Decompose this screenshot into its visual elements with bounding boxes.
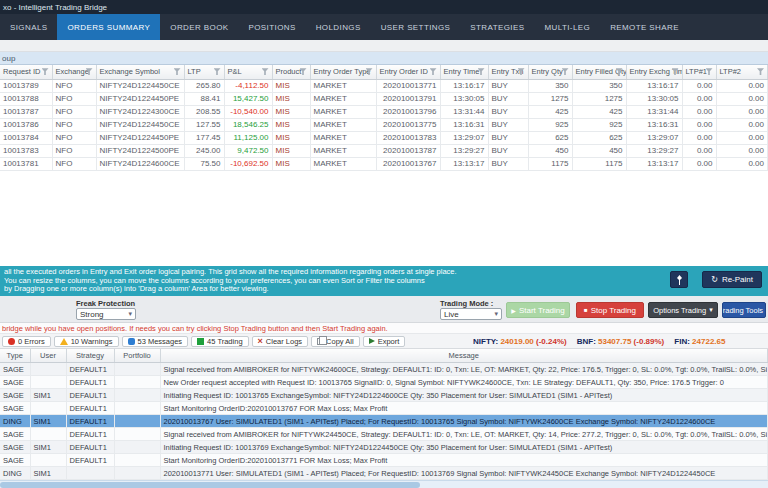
stop-trading-button[interactable]: ■ Stop Trading [576, 302, 644, 318]
stop-trading-label: Stop Trading [591, 306, 636, 315]
options-trading-button[interactable]: Options Trading ▾ [648, 302, 718, 318]
message-cell: DING [0, 415, 30, 428]
tab-holdings[interactable]: HOLDINGS [306, 14, 371, 40]
message-row[interactable]: SAGESIM1DEFAULT1Initiating Request ID: 1… [0, 389, 768, 402]
horizontal-scrollbar[interactable] [0, 480, 768, 488]
tab-order-book[interactable]: ORDER BOOK [160, 14, 238, 40]
orders-row[interactable]: 10013786NFONIFTY24D1224450CE127.5518,546… [0, 118, 768, 131]
export-button[interactable]: Export [363, 336, 406, 347]
column-header-entry-filled-qty[interactable]: Entry Filled Qty [572, 65, 626, 79]
column-header-entry-order-id[interactable]: Entry Order ID [376, 65, 440, 79]
column-header-entry-order-type[interactable]: Entry Order Type [310, 65, 376, 79]
message-row[interactable]: DINGSIM1DEFAULT1202010013767 User: SIMUL… [0, 415, 768, 428]
errors-button[interactable]: 0 Errors [2, 336, 51, 347]
message-cell: SAGE [0, 389, 30, 402]
message-row[interactable]: SAGEDEFAULT1New Order request accepted w… [0, 376, 768, 389]
message-cell [114, 402, 160, 415]
orders-cell: MIS [272, 79, 310, 92]
message-row[interactable]: SAGEDEFAULT1Signal received from AMIBROK… [0, 363, 768, 376]
orders-row[interactable]: 10013787NFONIFTY24D1224300CE208.55-10,54… [0, 105, 768, 118]
warning-text: bridge while you have open positions. If… [2, 324, 388, 333]
column-header-p-l[interactable]: P&L [224, 65, 272, 79]
message-row[interactable]: SAGEDEFAULT1Signal received from AMIBROK… [0, 428, 768, 441]
orders-row[interactable]: 10013788NFONIFTY24D1224450PE88.4115,427.… [0, 92, 768, 105]
trading-tools-button[interactable]: Trading Tools ▾ [722, 302, 766, 318]
column-header-exchange[interactable]: Exchange [52, 65, 96, 79]
orders-cell: 15,427.50 [224, 92, 272, 105]
orders-cell: 0.00 [682, 92, 716, 105]
orders-cell: 13:13:17 [626, 157, 682, 170]
orders-cell: 11,125.00 [224, 131, 272, 144]
clear-logs-button[interactable]: × Clear Logs [252, 336, 309, 347]
tab-orders-summary[interactable]: ORDERS SUMMARY [57, 14, 160, 40]
column-header-request-id[interactable]: Request ID [0, 65, 52, 79]
message-column-header-portfolio[interactable]: Portfolio [114, 349, 160, 363]
tab-multi-leg[interactable]: MULTI-LEG [534, 14, 600, 40]
tab-strategies[interactable]: STRATEGIES [460, 14, 534, 40]
column-header-product[interactable]: Product [272, 65, 310, 79]
trading-logs-label: 45 Trading [207, 337, 242, 346]
orders-cell: MIS [272, 144, 310, 157]
orders-cell: 13:16:31 [626, 118, 682, 131]
column-header-entry-txn[interactable]: Entry Txn [488, 65, 528, 79]
grid-empty-area [0, 171, 768, 267]
orders-cell: 202010013775 [376, 118, 440, 131]
title-bar: xo - Intelligent Trading Bridge [0, 0, 768, 14]
column-header-entry-time[interactable]: Entry Time [440, 65, 488, 79]
message-cell [114, 415, 160, 428]
filter-icon[interactable] [430, 68, 437, 75]
orders-cell: 13:13:17 [440, 157, 488, 170]
column-header-ltp[interactable]: LTP [184, 65, 224, 79]
orders-cell: 88.41 [184, 92, 224, 105]
start-trading-button[interactable]: ▶ Start Trading [506, 302, 570, 318]
message-row[interactable]: SAGEDEFAULT1Start Monitoring OrderID:202… [0, 454, 768, 467]
orders-row[interactable]: 10013789NFONIFTY24D1224450CE265.80-4,112… [0, 79, 768, 92]
tab-signals[interactable]: SIGNALS [0, 14, 57, 40]
orders-cell: 1175 [572, 157, 626, 170]
filter-icon[interactable] [174, 68, 181, 75]
message-log-grid: TypeUserStrategyPortfolioMessageSAGEDEFA… [0, 349, 768, 480]
orders-cell: 202010013787 [376, 144, 440, 157]
messages-button[interactable]: 53 Messages [122, 336, 189, 347]
message-column-header-message[interactable]: Message [160, 349, 768, 363]
freak-protection-select[interactable]: Strong ▾ [76, 308, 136, 320]
pin-button[interactable] [670, 271, 688, 288]
message-row[interactable]: SAGEDEFAULT1Start Monitoring OrderID:202… [0, 402, 768, 415]
message-row[interactable]: SAGESIM1DEFAULT1Initiating Request ID: 1… [0, 441, 768, 454]
tab-remote-share[interactable]: REMOTE SHARE [600, 14, 689, 40]
message-cell: SAGE [0, 363, 30, 376]
orders-row[interactable]: 10013781NFONIFTY24D1224600CE75.50-10,692… [0, 157, 768, 170]
column-header-entry-qty[interactable]: Entry Qty [528, 65, 572, 79]
tab-user-settings[interactable]: USER SETTINGS [371, 14, 461, 40]
filter-icon[interactable] [262, 68, 269, 75]
orders-row[interactable]: 10013784NFONIFTY24D1224450PE177.4511,125… [0, 131, 768, 144]
orders-cell: NFO [52, 144, 96, 157]
message-column-header-user[interactable]: User [30, 349, 66, 363]
message-column-header-type[interactable]: Type [0, 349, 30, 363]
column-header-ltp-2[interactable]: LTP#2 [716, 65, 768, 79]
group-by-bar[interactable]: oup [0, 52, 768, 65]
orders-cell: 0.00 [716, 92, 768, 105]
tab-positions[interactable]: POSITIONS [239, 14, 306, 40]
warnings-button[interactable]: 10 Warnings [54, 336, 119, 347]
orders-cell: 450 [528, 144, 572, 157]
trading-logs-button[interactable]: 45 Trading [191, 336, 248, 347]
column-header-ltp-1[interactable]: LTP#1 [682, 65, 716, 79]
filter-icon[interactable] [42, 68, 49, 75]
orders-row[interactable]: 10013783NFONIFTY24D1224500PE245.009,472.… [0, 144, 768, 157]
orders-cell: 13:30:05 [626, 92, 682, 105]
filter-icon[interactable] [757, 68, 764, 75]
scrollbar-thumb[interactable] [0, 482, 420, 488]
copy-all-button[interactable]: Copy All [311, 336, 360, 347]
message-row[interactable]: DINGSIM1202010013771 User: SIMULATED1 (S… [0, 467, 768, 480]
column-header-entry-exchg-time[interactable]: Entry Exchg Time [626, 65, 682, 79]
orders-cell: 925 [572, 118, 626, 131]
message-cell: DEFAULT1 [66, 441, 114, 454]
trading-mode-select[interactable]: Live ▾ [440, 308, 502, 320]
message-column-header-strategy[interactable]: Strategy [66, 349, 114, 363]
repaint-button[interactable]: ↻ Re-Paint [702, 271, 762, 288]
orders-cell: NFO [52, 118, 96, 131]
filter-icon[interactable] [214, 68, 221, 75]
column-header-exchange-symbol[interactable]: Exchange Symbol [96, 65, 184, 79]
orders-cell: 13:16:17 [626, 79, 682, 92]
